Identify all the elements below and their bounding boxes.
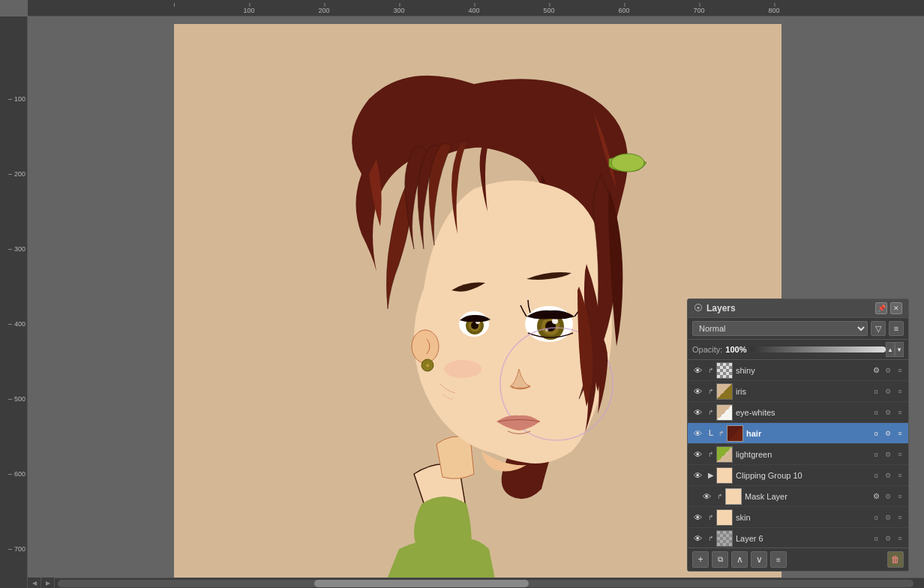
layer-alpha-layer6[interactable]: α [871, 533, 881, 544]
layer-row-lightgreen[interactable]: 👁 ↱ lightgreen α ⚙ ≡ [688, 444, 908, 465]
ruler-tick-v-500: 500 [14, 395, 26, 403]
layer-alpha-clipping-group[interactable]: α [871, 470, 881, 481]
layer-gear-mask[interactable]: ⚙ [883, 491, 893, 502]
layer-gear-skin[interactable]: ⚙ [883, 512, 893, 523]
canvas-horizontal-scrollbar[interactable]: ◀ ▶ [28, 578, 924, 588]
svg-point-2 [412, 330, 439, 363]
layer-visibility-clipping-group[interactable]: 👁 [691, 469, 704, 482]
layer-thumbnail-mask [725, 488, 742, 505]
layer-alpha-lock-mask[interactable]: ⚙ [871, 491, 881, 502]
layer-row-iris[interactable]: 👁 ↱ iris α ⚙ ≡ [688, 381, 908, 402]
layer-row-hair[interactable]: 👁 L ↱ hair α ⚙ ≡ [688, 423, 908, 444]
layer-gear-eye-whites[interactable]: ⚙ [883, 407, 893, 418]
layer-gear-hair[interactable]: ⚙ [883, 428, 893, 439]
copy-layer-button[interactable]: ⧉ [712, 551, 728, 568]
layer-actions-clipping-group: α ⚙ ≡ [871, 470, 905, 481]
horizontal-ruler: 100 200 300 400 500 600 700 800 [28, 0, 924, 16]
layer-alpha-iris[interactable]: α [871, 386, 881, 397]
opacity-scroll-up[interactable]: ▲ [886, 342, 895, 357]
layer-actions-shiny: ⚙ ⚙ ≡ [871, 365, 905, 376]
layers-panel-close-button[interactable]: ✕ [890, 302, 902, 314]
layer-row-layer6[interactable]: 👁 ↱ Layer 6 α ⚙ ≡ [688, 528, 908, 548]
add-layer-button[interactable]: + [692, 551, 709, 568]
layer-actions-layer6: α ⚙ ≡ [871, 533, 905, 544]
layer-remove-clipping-group[interactable]: ≡ [895, 470, 905, 481]
ruler-tick-v-100: 100 [14, 95, 26, 103]
layer-alpha-eye-whites[interactable]: α [871, 407, 881, 418]
layer-name-hair: hair [746, 429, 871, 438]
layer-alpha-skin[interactable]: α [871, 512, 881, 523]
layers-header-left: ⦿ Layers [694, 303, 736, 314]
layer-gear-iris[interactable]: ⚙ [883, 386, 893, 397]
layer-row-eye-whites[interactable]: 👁 ↱ eye-whites α ⚙ ≡ [688, 402, 908, 423]
layer-name-shiny: shiny [736, 366, 871, 375]
layer-alpha-lock-shiny[interactable]: ⚙ [871, 365, 881, 376]
layer-actions-mask: ⚙ ⚙ ≡ [871, 491, 905, 502]
ruler-tick-v-600: 600 [14, 470, 26, 478]
scroll-right-button[interactable]: ▶ [41, 578, 55, 588]
layer-gear-lightgreen[interactable]: ⚙ [883, 449, 893, 460]
opacity-scroll-down[interactable]: ▼ [895, 342, 904, 357]
layer-gear-shiny[interactable]: ⚙ [883, 365, 893, 376]
layer-alpha-lightgreen[interactable]: α [871, 449, 881, 460]
ruler-tick-800: 800 [768, 7, 779, 14]
layer-clip-lightgreen: ↱ [706, 449, 716, 460]
blend-filter-button[interactable]: ▽ [871, 321, 886, 336]
layer-name-lightgreen: lightgreen [736, 450, 871, 459]
scroll-left-button[interactable]: ◀ [28, 578, 41, 588]
layer-remove-skin[interactable]: ≡ [895, 512, 905, 523]
layer-remove-hair[interactable]: ≡ [895, 428, 905, 439]
layer-clip-mask: ↱ [715, 491, 725, 502]
ruler-tick-v-200: 200 [14, 170, 26, 178]
layer-row-skin[interactable]: 👁 ↱ skin α ⚙ ≡ [688, 507, 908, 528]
layers-list[interactable]: 👁 ↱ shiny ⚙ ⚙ ≡ 👁 ↱ iris α ⚙ ≡ � [688, 360, 908, 548]
opacity-slider[interactable] [750, 346, 886, 352]
layer-clip-hair: ↱ [716, 428, 727, 439]
move-down-button[interactable]: ∨ [751, 551, 767, 568]
move-up-button[interactable]: ∧ [731, 551, 748, 568]
layer-options-button[interactable]: ≡ [889, 321, 904, 336]
opacity-label: Opacity: [692, 345, 722, 354]
layer-actions-lightgreen: α ⚙ ≡ [871, 449, 905, 460]
delete-layer-button[interactable]: 🗑 [887, 551, 904, 568]
layers-panel-pin-button[interactable]: 📌 [875, 302, 887, 314]
layers-footer: + ⧉ ∧ ∨ ≡ 🗑 [688, 548, 908, 571]
svg-point-5 [444, 360, 482, 378]
layer-remove-eye-whites[interactable]: ≡ [895, 407, 905, 418]
blend-mode-row: Normal Multiply Screen Overlay ▽ ≡ [688, 318, 908, 340]
layer-properties-button[interactable]: ≡ [770, 551, 787, 568]
layer-visibility-eye-whites[interactable]: 👁 [691, 406, 704, 419]
layers-title: Layers [706, 303, 736, 314]
layer-visibility-shiny[interactable]: 👁 [691, 364, 704, 377]
ruler-tick-500: 500 [543, 7, 554, 14]
layer-visibility-iris[interactable]: 👁 [691, 385, 704, 398]
blend-mode-select[interactable]: Normal Multiply Screen Overlay [692, 321, 868, 336]
layer-gear-clipping-group[interactable]: ⚙ [883, 470, 893, 481]
layer-remove-iris[interactable]: ≡ [895, 386, 905, 397]
layer-visibility-hair[interactable]: 👁 [691, 427, 704, 440]
layer-remove-lightgreen[interactable]: ≡ [895, 449, 905, 460]
svg-point-18 [611, 154, 644, 172]
layer-visibility-skin[interactable]: 👁 [691, 511, 704, 524]
layer-alpha-hair[interactable]: α [871, 428, 881, 439]
svg-text:✦: ✦ [424, 362, 430, 370]
layer-thumbnail-eye-whites [716, 404, 733, 421]
layer-gear-layer6[interactable]: ⚙ [883, 533, 893, 544]
layer-row-mask[interactable]: 👁 ↱ Mask Layer ⚙ ⚙ ≡ [688, 486, 908, 507]
layer-visibility-lightgreen[interactable]: 👁 [691, 448, 704, 461]
ruler-tick-100: 100 [243, 7, 254, 14]
layer-visibility-layer6[interactable]: 👁 [691, 532, 704, 545]
layer-thumbnail-hair [727, 425, 743, 442]
layer-clip-layer6: ↱ [706, 533, 716, 544]
layer-remove-mask[interactable]: ≡ [895, 491, 905, 502]
layer-clip-shiny: ↱ [706, 365, 716, 376]
layer-remove-shiny[interactable]: ≡ [895, 365, 905, 376]
layer-clip-eye-whites: ↱ [706, 407, 716, 418]
layer-row-shiny[interactable]: 👁 ↱ shiny ⚙ ⚙ ≡ [688, 360, 908, 381]
layer-row-clipping-group[interactable]: 👁 ▶ Clipping Group 10 α ⚙ ≡ [688, 465, 908, 486]
opacity-row: Opacity: 100% ▲ ▼ [688, 340, 908, 360]
layer-remove-layer6[interactable]: ≡ [895, 533, 905, 544]
layer-visibility-mask[interactable]: 👁 [700, 490, 713, 503]
opacity-slider-container[interactable] [750, 345, 886, 354]
vertical-ruler: 100 200 300 400 500 600 700 [0, 16, 28, 588]
